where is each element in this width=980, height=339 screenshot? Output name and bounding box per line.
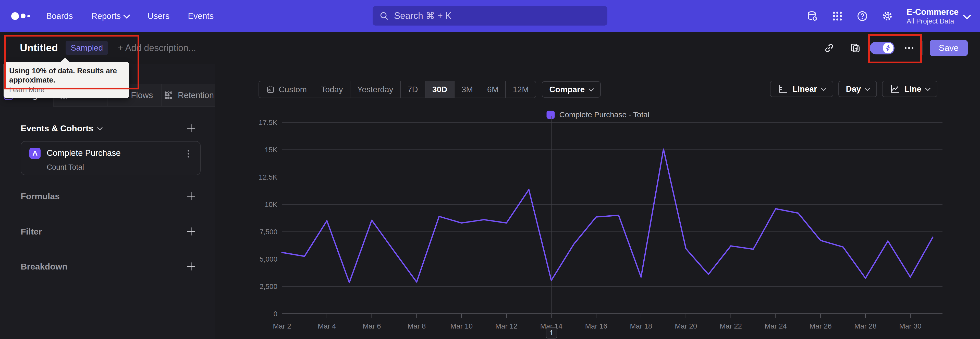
data-management-icon[interactable] — [807, 10, 818, 22]
query-builder-sidebar: Insights Funnels Flows — [0, 64, 215, 339]
y-axis-label: 10K — [265, 200, 277, 208]
y-axis-label: 12.5K — [259, 173, 277, 181]
sampled-badge[interactable]: Sampled — [65, 41, 108, 55]
top-nav: Boards Reports Users Events Search ⌘ + K — [0, 0, 980, 32]
formulas-label: Formulas — [21, 191, 60, 201]
x-axis-label: Mar 10 — [450, 322, 473, 330]
linear-axis-icon — [778, 84, 788, 94]
chart-display-controls: Linear Day Line — [770, 81, 937, 97]
events-cohorts-label: Events & Cohorts — [21, 123, 94, 133]
nav-links: Boards Reports Users Events — [46, 11, 213, 21]
x-axis-label: Mar 24 — [765, 322, 787, 330]
sampling-tooltip: Using 10% of data. Results are approxima… — [3, 62, 129, 98]
range-label: 6M — [487, 85, 498, 94]
mixpanel-logo-icon[interactable] — [11, 12, 30, 20]
formulas-section: Formulas — [21, 190, 197, 202]
add-description[interactable]: + Add description... — [118, 43, 196, 53]
report-title[interactable]: Untitled — [20, 42, 58, 54]
calendar-icon — [266, 85, 275, 94]
scale-label: Linear — [792, 84, 817, 94]
chevron-down-icon — [589, 86, 594, 91]
nav-item-reports[interactable]: Reports — [91, 11, 129, 21]
range-label: Today — [321, 85, 343, 94]
compare-button[interactable]: Compare — [542, 81, 601, 98]
series-line[interactable] — [282, 149, 933, 283]
add-formula-button[interactable] — [186, 190, 197, 202]
event-letter-badge: A — [29, 148, 41, 159]
retention-icon — [163, 90, 174, 101]
tooltip-text: Using 10% of data. Results are approxima… — [9, 66, 124, 85]
range-3m[interactable]: 3M — [454, 81, 479, 98]
events-cohorts-header: Events & Cohorts — [21, 123, 197, 134]
range-custom[interactable]: Custom — [259, 81, 313, 98]
nav-item-label: Users — [148, 11, 169, 21]
more-options-icon[interactable] — [903, 42, 915, 54]
event-name[interactable]: Complete Purchase — [47, 148, 121, 158]
event-options-icon[interactable] — [183, 148, 193, 160]
chart-type-dropdown[interactable]: Line — [882, 81, 937, 97]
nav-item-label: Boards — [46, 11, 73, 21]
nav-right-cluster: E-Commerce All Project Data — [807, 0, 970, 32]
range-label: Yesterday — [357, 85, 393, 94]
y-axis-label: 17.5K — [259, 118, 277, 126]
x-axis-label: Mar 2 — [273, 322, 291, 330]
x-axis-label: Mar 20 — [675, 322, 697, 330]
tab-retention[interactable]: Retention — [161, 84, 215, 107]
y-axis-label: 15K — [265, 146, 277, 154]
project-switcher[interactable]: E-Commerce All Project Data — [907, 7, 970, 25]
save-button[interactable]: Save — [930, 40, 968, 56]
add-breakdown-button[interactable] — [186, 261, 197, 272]
learn-more-link[interactable]: Learn More — [9, 86, 45, 94]
add-filter-button[interactable] — [186, 226, 197, 237]
x-axis-label: Mar 22 — [720, 322, 742, 330]
content-area: Insights Funnels Flows — [0, 64, 980, 339]
range-12m[interactable]: 12M — [505, 81, 535, 98]
range-yesterday[interactable]: Yesterday — [350, 81, 400, 98]
range-7d[interactable]: 7D — [400, 81, 425, 98]
nav-item-events[interactable]: Events — [188, 11, 213, 21]
range-30d[interactable]: 30D — [425, 81, 454, 98]
search-placeholder: Search ⌘ + K — [394, 10, 452, 21]
chevron-down-icon — [821, 86, 826, 91]
chevron-down-icon — [963, 11, 971, 19]
y-axis-label: 0 — [273, 310, 277, 318]
search-input[interactable]: Search ⌘ + K — [372, 6, 608, 26]
scale-dropdown[interactable]: Linear — [770, 81, 833, 97]
settings-gear-icon[interactable] — [881, 10, 893, 22]
range-today[interactable]: Today — [313, 81, 350, 98]
range-label: Custom — [279, 85, 307, 94]
x-axis-label: Mar 16 — [585, 322, 607, 330]
range-label: 12M — [513, 85, 528, 94]
tab-label: Flows — [131, 90, 153, 100]
breakdown-section: Breakdown — [21, 261, 197, 272]
x-axis-label: Mar 30 — [899, 322, 921, 330]
apps-grid-icon[interactable] — [832, 10, 843, 22]
help-icon[interactable] — [856, 10, 868, 22]
tab-label: Retention — [178, 90, 214, 100]
duplicate-icon[interactable] — [850, 42, 861, 54]
compare-label: Compare — [549, 85, 585, 94]
nav-item-users[interactable]: Users — [148, 11, 169, 21]
nav-item-boards[interactable]: Boards — [46, 11, 73, 21]
range-label: 7D — [407, 85, 418, 94]
sampling-toggle[interactable] — [870, 42, 894, 54]
date-range-controls: Custom Today Yesterday 7D 30D 3M 6M 12M … — [259, 81, 601, 98]
x-axis-label: Mar 28 — [854, 322, 877, 330]
filter-section: Filter — [21, 226, 197, 237]
page-indicator[interactable]: 1 — [546, 327, 557, 339]
copy-link-icon[interactable] — [823, 42, 835, 54]
add-event-button[interactable] — [186, 123, 197, 134]
divider — [922, 41, 923, 55]
chevron-down-icon — [865, 86, 870, 91]
mixpanel-insights-page: Boards Reports Users Events Search ⌘ + K — [0, 0, 980, 339]
range-6m[interactable]: 6M — [480, 81, 505, 98]
chevron-down-icon — [123, 12, 130, 19]
x-axis-label: Mar 8 — [407, 322, 426, 330]
interval-dropdown[interactable]: Day — [838, 81, 877, 97]
line-chart[interactable]: 02,5005,0007,50010K12.5K15K17.5KMar 2Mar… — [241, 116, 944, 339]
event-aggregation[interactable]: Count Total — [47, 163, 84, 171]
y-axis-label: 2,500 — [259, 283, 277, 291]
events-cohorts-dropdown[interactable]: Events & Cohorts — [21, 123, 102, 133]
event-card[interactable]: A Complete Purchase Count Total — [21, 141, 200, 175]
x-axis-label: Mar 12 — [495, 322, 517, 330]
